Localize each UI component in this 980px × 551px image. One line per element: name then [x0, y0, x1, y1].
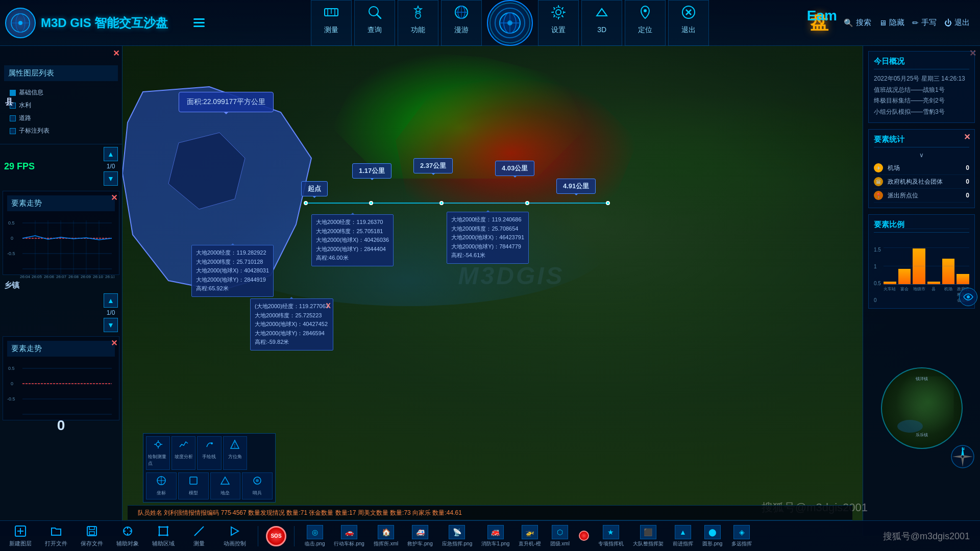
svg-text:26:08: 26:08 — [68, 274, 79, 279]
assist-area-btn[interactable]: 辅助区域 — [148, 523, 179, 549]
open-file-btn[interactable]: 打开文件 — [41, 523, 71, 549]
icon-action-car[interactable]: 🚗 行动车标.png — [331, 524, 366, 548]
icon-large-cmd[interactable]: ⬛ 大队整指挥架 — [630, 524, 666, 548]
svg-point-12 — [415, 13, 421, 18]
hamburger-btn[interactable] — [188, 13, 210, 32]
bottom-toolbar: 新建图层 打开文件 保存文件 辅助对象 辅助区域 测量 动画控制 — [0, 520, 980, 551]
nav-exit[interactable]: 退出 — [668, 0, 709, 46]
icon-click-pt[interactable]: ◎ 临击.png — [302, 524, 327, 548]
icon-fire1[interactable]: 🚒 消防车1.png — [479, 524, 512, 548]
area-label-tooltip: 面积:22.099177平方公里 — [179, 92, 274, 112]
coord-line: 高程:-59.82米 — [255, 338, 329, 347]
terrain-btn-icon — [220, 475, 230, 488]
layer-item[interactable]: 水利 — [7, 99, 115, 112]
icon-circle-png[interactable]: ⬤ 圆形.png — [700, 524, 725, 548]
draw-point-btn[interactable]: 绘制测量点 — [146, 436, 170, 470]
nav-up-btn-2[interactable]: ▲ — [104, 293, 118, 308]
icon-helicopter[interactable]: 🚁 直升机-橙 — [516, 524, 543, 548]
nav-measure[interactable]: 测量 — [311, 0, 352, 46]
grid-line — [884, 266, 969, 266]
new-layer-btn[interactable]: 新建图层 — [5, 523, 36, 549]
layer-item[interactable]: 基础信息 — [7, 86, 115, 99]
icon-command[interactable]: 🏠 指挥所.xml — [371, 524, 401, 548]
nav-controls-2-row: ▲ 1/0 ▼ — [0, 292, 122, 334]
measure-icon — [324, 5, 339, 23]
bars-container: 火车站 宴会 地级市 县 机场 政府机构及社会团体 — [884, 229, 969, 303]
icon-emergency[interactable]: 📡 应急指挥.png — [439, 524, 475, 548]
layer-item[interactable]: 子标注列表 — [7, 124, 115, 137]
sos-btn[interactable]: SOS — [266, 526, 286, 546]
command-label: 指挥所.xml — [374, 540, 398, 547]
search-btn[interactable]: 🔍 搜索 — [844, 18, 871, 28]
svg-point-22 — [556, 10, 561, 15]
layer-list: 基础信息 水利 道路 子标注列表 — [4, 84, 118, 140]
locate-label: 定位 — [638, 26, 652, 35]
nav-settings[interactable]: 设置 — [538, 0, 579, 46]
eye-icon-btn[interactable] — [959, 288, 977, 306]
nav-locate[interactable]: 定位 — [625, 0, 666, 46]
nav-query[interactable]: 查询 — [354, 0, 395, 46]
nav-down-btn-2[interactable]: ▼ — [104, 318, 118, 332]
nav-roam[interactable]: 漫游 — [441, 0, 482, 46]
nav-down-btn[interactable]: ▼ — [104, 171, 118, 186]
anim-ctrl-btn[interactable]: 动画控制 — [219, 523, 250, 549]
3d-icon — [594, 5, 609, 23]
stats-label-gov: 🏛 政府机构及社会团体 — [874, 177, 943, 186]
nav-3d[interactable]: 3D — [581, 0, 622, 46]
save-file-btn[interactable]: 保存文件 — [77, 523, 107, 549]
coord-line: 大地2000(地球Y)：2844404 — [316, 245, 389, 254]
layer-checkbox[interactable] — [10, 128, 16, 134]
nav-function[interactable]: 功能 — [398, 0, 438, 46]
click-pt-label: 临击.png — [305, 540, 325, 547]
coord-box-close[interactable]: X — [326, 300, 331, 311]
chart1-close-btn[interactable]: ✕ — [111, 193, 117, 203]
assist-obj-btn[interactable]: 辅助对象 — [112, 523, 143, 549]
nav-globe[interactable] — [487, 0, 533, 46]
icon-special-cmd[interactable]: ★ 专项指挥机 — [596, 524, 626, 548]
search-label: 搜索 — [856, 18, 871, 28]
handwrite-btn[interactable]: ✏ 手写 — [912, 18, 937, 28]
coord-btn[interactable]: 坐标 — [146, 472, 177, 499]
red-flag-item[interactable] — [576, 530, 592, 543]
coord-line: 大地2000(地球X)：40427452 — [255, 320, 329, 329]
status-line-1: 值班战况总结——战狼1号 — [874, 85, 969, 96]
icon-rescue[interactable]: 🚑 救护车.png — [405, 524, 435, 548]
hand-draw-btn[interactable]: 手绘线 — [197, 436, 221, 470]
icon-advance-cmd[interactable]: ▲ 前进指挥 — [670, 524, 696, 548]
layer-checkbox[interactable] — [10, 90, 16, 96]
stats-expand[interactable]: ∨ — [874, 152, 969, 159]
layer-item[interactable]: 道路 — [7, 112, 115, 124]
icon-multi-cmd[interactable]: ◈ 多远指挥 — [729, 524, 754, 548]
measure-btn[interactable]: 测量 — [184, 523, 214, 549]
rescue-label: 救护车.png — [407, 540, 432, 547]
route-segment — [529, 203, 606, 204]
svg-text:26:10: 26:10 — [93, 274, 104, 279]
divider — [258, 526, 258, 546]
coord-box-4: X (大地2000)经度：119.277063 大地2000纬度：25.7252… — [250, 298, 333, 350]
slope-analysis-btn[interactable]: 坡度分析 — [172, 436, 195, 470]
hide-btn[interactable]: 🖥 隐藏 — [879, 18, 904, 28]
azimuth-btn[interactable]: 方位角 — [223, 436, 247, 470]
assist-obj-label: 辅助对象 — [116, 540, 139, 547]
minimap: 镇洋镇 乐乐镇 — [881, 367, 963, 449]
chart2-close-btn[interactable]: ✕ — [111, 338, 117, 348]
zero-value: 0 — [57, 417, 65, 434]
power-icon: ⏻ — [944, 18, 952, 27]
header-right-btns: 🔍 搜索 🖥 隐藏 ✏ 手写 ⏻ 退出 — [844, 18, 980, 28]
layer-list-title: 属性图层列表 — [4, 65, 118, 81]
quit-btn[interactable]: ⏻ 退出 — [944, 18, 970, 28]
layer-checkbox[interactable] — [10, 115, 16, 121]
nav-up-btn[interactable]: ▲ — [104, 147, 118, 161]
sentry-btn[interactable]: 哨兵 — [242, 472, 273, 499]
stats-label-police: 📍 派出所点位 — [874, 191, 918, 200]
app-logo — [5, 8, 36, 38]
model-btn[interactable]: 模型 — [178, 472, 209, 499]
airport-label: 机场 — [888, 164, 900, 172]
trend-label-2: 要素走势 — [11, 344, 42, 354]
icon-team-xml[interactable]: ⬡ 团级.xml — [548, 524, 572, 548]
stats-close[interactable]: ✕ — [964, 132, 970, 142]
sidebar-close-btn[interactable]: ✕ — [113, 48, 119, 58]
svg-text:26:06: 26:06 — [44, 274, 55, 279]
terrain-btn[interactable]: 地垒 — [210, 472, 241, 499]
hide-label: 隐藏 — [889, 18, 904, 28]
